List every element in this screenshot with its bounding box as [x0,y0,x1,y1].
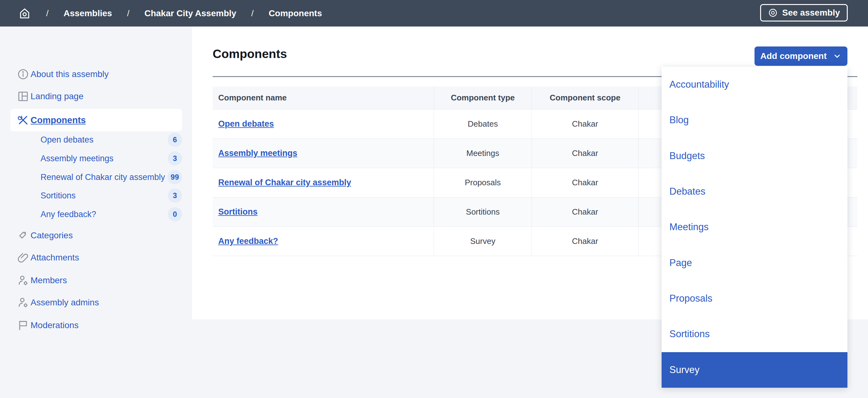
see-assembly-label: See assembly [782,8,840,18]
info-icon [17,68,29,81]
sidebar-subitem-open-debates[interactable]: Open debates 6 [0,131,192,149]
component-type: Debates [468,119,498,129]
tag-icon [17,229,29,242]
header-component-type: Component type [434,86,532,109]
sidebar-item-label: Landing page [31,91,84,101]
sidebar-item-label: About this assembly [31,69,109,79]
sidebar-item-label: Assembly admins [31,298,99,308]
dropdown-item-accountability[interactable]: Accountability [661,67,847,102]
component-scope: Chakar [572,207,598,217]
chevron-down-icon [833,52,842,61]
sidebar-item-label: Moderations [31,320,79,330]
landing-page-icon [17,90,29,103]
sidebar-item-label: Attachments [31,253,79,263]
home-icon [18,7,31,20]
component-scope: Chakar [572,237,598,246]
paperclip-icon [17,251,29,264]
breadcrumb-separator: / [251,8,254,19]
component-scope: Chakar [572,178,598,187]
eye-icon [768,8,778,18]
component-type: Meetings [466,149,499,158]
count-badge: 6 [168,132,182,147]
component-link[interactable]: Open debates [218,119,274,129]
sidebar-item-label: Members [31,275,67,285]
breadcrumb-separator: / [127,8,129,19]
breadcrumb: / Assemblies / Chakar City Assembly / Co… [18,7,322,20]
person-gear-icon [17,274,29,287]
component-link[interactable]: Renewal of Chakar city assembly [218,178,351,187]
header-component-scope: Component scope [532,86,639,109]
sidebar-subitem-assembly-meetings[interactable]: Assembly meetings 3 [0,150,192,167]
sidebar-item-about[interactable]: About this assembly [0,65,192,83]
dropdown-item-proposals[interactable]: Proposals [661,281,847,316]
count-badge: 0 [168,207,182,221]
dropdown-item-sortitions[interactable]: Sortitions [661,316,847,352]
sidebar-subitem-label: Renewal of Chakar city assembly [40,173,165,182]
sidebar: About this assembly Landing page Compone… [0,27,192,319]
breadcrumb-assemblies[interactable]: Assemblies [64,8,112,19]
component-link[interactable]: Assembly meetings [218,149,298,158]
count-badge: 3 [168,188,182,203]
sidebar-item-components[interactable]: Components [10,109,182,131]
sidebar-item-moderations[interactable]: Moderations [0,316,192,334]
topbar: / Assemblies / Chakar City Assembly / Co… [0,0,868,27]
component-type: Sortitions [466,207,499,217]
sidebar-item-categories[interactable]: Categories [0,227,192,244]
breadcrumb-assembly-name[interactable]: Chakar City Assembly [144,8,236,19]
dropdown-item-page[interactable]: Page [661,245,847,281]
sidebar-subitem-any-feedback[interactable]: Any feedback? 0 [0,206,192,223]
breadcrumb-components[interactable]: Components [269,8,322,19]
sidebar-subitem-renewal[interactable]: Renewal of Chakar city assembly 99 [0,169,192,186]
sidebar-subitem-label: Any feedback? [40,210,96,219]
see-assembly-button[interactable]: See assembly [760,4,848,22]
dropdown-item-budgets[interactable]: Budgets [661,138,847,174]
sidebar-subitem-label: Sortitions [40,191,76,201]
sidebar-subitem-label: Open debates [40,135,94,145]
home-link[interactable] [18,7,31,20]
page-title: Components [213,47,287,61]
component-link[interactable]: Any feedback? [218,237,278,246]
sidebar-subitem-label: Assembly meetings [40,154,114,163]
add-component-button[interactable]: Add component [754,47,847,66]
component-link[interactable]: Sortitions [218,207,257,217]
sidebar-item-label: Categories [31,231,73,241]
component-scope: Chakar [572,119,598,129]
dropdown-item-blog[interactable]: Blog [661,102,847,138]
dropdown-item-debates[interactable]: Debates [661,174,847,209]
breadcrumb-separator: / [46,8,49,19]
add-component-label: Add component [760,51,827,61]
person-gear-icon [17,296,29,309]
count-badge: 3 [168,151,182,165]
dropdown-item-meetings[interactable]: Meetings [661,209,847,245]
component-type: Proposals [465,178,501,187]
sidebar-item-members[interactable]: Members [0,272,192,289]
component-scope: Chakar [572,149,598,158]
add-component-dropdown: Accountability Blog Budgets Debates Meet… [661,67,847,388]
tools-icon [17,114,29,126]
sidebar-item-label: Components [31,115,86,125]
count-badge: 99 [167,170,182,184]
sidebar-item-assembly-admins[interactable]: Assembly admins [0,294,192,311]
dropdown-item-survey[interactable]: Survey [661,352,847,388]
sidebar-item-attachments[interactable]: Attachments [0,249,192,266]
header-component-name: Component name [213,86,434,109]
sidebar-item-landing-page[interactable]: Landing page [0,88,192,105]
flag-icon [17,319,29,332]
sidebar-subitem-sortitions[interactable]: Sortitions 3 [0,187,192,204]
component-type: Survey [470,237,495,246]
